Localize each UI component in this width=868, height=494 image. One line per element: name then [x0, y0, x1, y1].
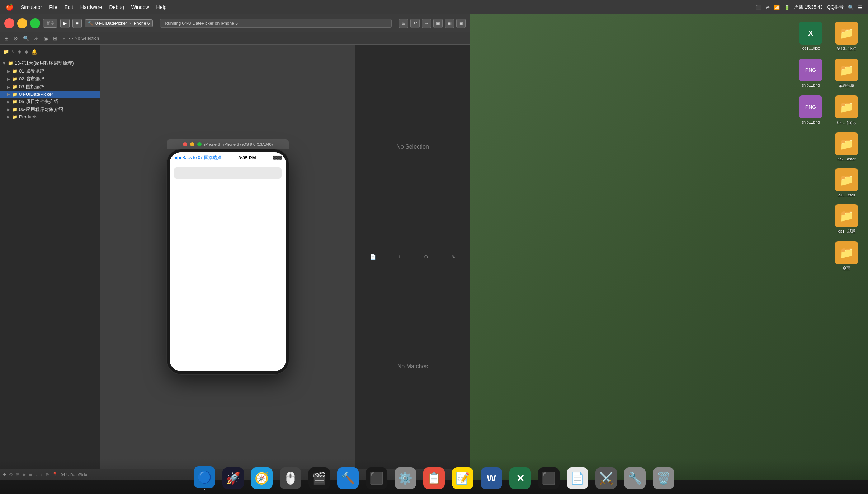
inspector-edit-icon[interactable]: ✎: [451, 254, 456, 260]
toolbar-right: ⊞ ↶ → ▣ ▣ ▣: [399, 19, 466, 28]
folder-icon: 📁: [12, 99, 18, 104]
file-item-05[interactable]: ▶ 📁 05-项目文件夹介绍: [0, 98, 100, 106]
desktop-file-png1[interactable]: PNG snip....png: [796, 59, 825, 87]
notification-icon[interactable]: ☰: [858, 5, 862, 10]
nav-filter-button[interactable]: ⊙: [12, 35, 19, 42]
forward-arrow-icon[interactable]: ›: [72, 36, 73, 41]
nav-branch-button[interactable]: ⑂: [61, 35, 67, 42]
window-close-button[interactable]: [4, 18, 14, 28]
window-maximize-button[interactable]: [30, 18, 40, 28]
desktop-file-ios1[interactable]: 📁 ios1...试题: [832, 204, 861, 234]
sim-close-dot[interactable]: [183, 142, 187, 146]
dock-mouse[interactable]: 🖱️: [278, 465, 303, 491]
battery-icon[interactable]: 🔋: [784, 5, 790, 10]
dock-safari[interactable]: 🧭: [249, 465, 275, 491]
back-arrow-icon[interactable]: ‹: [69, 36, 70, 41]
dock-excel[interactable]: ✕: [507, 465, 533, 491]
search-icon[interactable]: 🔍: [848, 5, 854, 10]
jump-bar[interactable]: →: [422, 19, 431, 28]
dock-prefs[interactable]: ⚙️: [392, 465, 418, 491]
dock-launchpad[interactable]: 🚀: [220, 465, 246, 491]
nav-warning-button[interactable]: ⚠: [33, 35, 40, 42]
dock-preview[interactable]: 📄: [565, 465, 590, 491]
desktop-file-folder3[interactable]: 📁 07-…(优化: [832, 95, 861, 125]
breakpoint-icon[interactable]: ◆: [24, 49, 28, 55]
file-navigator: 📁 ⑂ ◈ ◆ 🔔 ▶ 📁 13-第1天(应用程序启动原理) ▶ 📁 01-点餐…: [0, 45, 100, 469]
dock-filemerge[interactable]: ⚔️: [593, 465, 619, 491]
sim-min-dot[interactable]: [190, 142, 194, 146]
file-item-03[interactable]: ▶ 📁 03-国旗选择: [0, 83, 100, 91]
layout-right[interactable]: ▣: [456, 19, 466, 28]
iphone-back-button[interactable]: ◀ ◀ Back to 07-国旗选择: [174, 155, 221, 161]
menu-edit[interactable]: Edit: [65, 4, 73, 10]
dock-notes[interactable]: 📝: [450, 465, 476, 491]
file-item-01[interactable]: ▶ 📁 01-点餐系统: [0, 67, 100, 75]
search-input[interactable]: [174, 167, 282, 179]
dock-terminal2[interactable]: ⬛: [364, 465, 390, 491]
nav-prev-button[interactable]: ⊞: [3, 35, 10, 42]
menu-help[interactable]: Help: [156, 4, 167, 10]
breadcrumb: ‹ › No Selection: [69, 36, 99, 41]
menu-debug[interactable]: Debug: [109, 4, 124, 10]
sim-max-dot[interactable]: [197, 142, 202, 146]
apple-logo-icon[interactable]: 🍎: [6, 3, 14, 11]
root-folder-item[interactable]: ▶ 📁 13-第1天(应用程序启动原理): [0, 59, 100, 67]
dock-word[interactable]: W: [478, 465, 504, 491]
folder-icon: 📁: [12, 76, 18, 81]
wifi-icon[interactable]: 📶: [774, 5, 780, 10]
stop-button[interactable]: ■: [72, 19, 82, 28]
nav-grid-button[interactable]: ⊞: [52, 35, 59, 42]
desktop-row-6: 📁 ios1...试题: [832, 204, 861, 234]
menu-window[interactable]: Window: [131, 4, 149, 10]
report-icon[interactable]: 🔔: [31, 49, 37, 55]
folder3-label: 07-…(优化: [837, 120, 856, 125]
desktop-row-2: PNG snip....png 📁 车丹分享: [796, 59, 861, 88]
menu-simulator[interactable]: Simulator: [21, 4, 42, 10]
qq-pinyin[interactable]: QQ拼音: [827, 4, 844, 10]
desktop-file-png2[interactable]: PNG snip....png: [796, 95, 825, 124]
bluetooth-icon[interactable]: ✳: [766, 5, 770, 10]
folder-nav-icon[interactable]: 📁: [3, 49, 9, 55]
xlsx-file-label: ios1....xlsx: [801, 46, 820, 50]
file-item-02[interactable]: ▶ 📁 02-省市选择: [0, 75, 100, 83]
menu-hardware[interactable]: Hardware: [80, 4, 102, 10]
inspector-info-icon[interactable]: ℹ: [399, 254, 401, 260]
desktop-files: X ios1....xlsx 📁 第13...业堆 PNG snip....pn…: [470, 14, 868, 480]
layout-left[interactable]: ▣: [433, 19, 443, 28]
dock-finder[interactable]: 🔵: [192, 465, 217, 491]
inspector-icons: 📄 ℹ ⊙ ✎: [355, 250, 470, 264]
desktop-file-ksi[interactable]: 📁 KSI...aster: [832, 132, 861, 161]
layout-center[interactable]: ▣: [445, 19, 454, 28]
inspector-target-icon[interactable]: ⊙: [424, 254, 428, 260]
dock-filemerge2[interactable]: 🔧: [622, 465, 648, 491]
menu-file[interactable]: File: [49, 4, 57, 10]
screen-record-icon[interactable]: ⬛: [756, 5, 761, 10]
file-item-04[interactable]: ▶ 📁 04-UIDatePicker: [0, 91, 100, 98]
dock-terminal[interactable]: ⬛: [536, 465, 562, 491]
editor-mode-button[interactable]: ⊞: [399, 19, 408, 28]
dock-pockity[interactable]: 📋: [421, 465, 447, 491]
run-button[interactable]: ▶: [60, 19, 70, 28]
git-icon[interactable]: ⑂: [12, 49, 15, 55]
scheme-selector[interactable]: 🔨 04-UIDatePicker › iPhone 6: [85, 19, 153, 27]
symbol-icon[interactable]: ◈: [18, 49, 22, 55]
clock: 周四 15:35:43: [794, 4, 823, 10]
desktop-file-folder2[interactable]: 📁 车丹分享: [832, 59, 861, 88]
navigator-toggle[interactable]: ↶: [410, 19, 420, 28]
window-minimize-button[interactable]: [17, 18, 27, 28]
desktop-file-folder1[interactable]: 📁 第13...业堆: [832, 22, 861, 51]
dock-movie[interactable]: 🎬: [306, 465, 332, 491]
desktop-file-xlsx[interactable]: X ios1....xlsx: [796, 22, 825, 50]
file-item-06[interactable]: ▶ 📁 06-应用程序对象介绍: [0, 106, 100, 113]
expand-icon: ▶: [7, 85, 10, 89]
inspector-file-icon[interactable]: 📄: [370, 254, 376, 260]
dock-xcode-build[interactable]: 🔨: [335, 465, 361, 491]
nav-circle-button[interactable]: ◉: [42, 35, 49, 42]
dock-trash[interactable]: 🗑️: [651, 465, 676, 491]
nav-search-button[interactable]: 🔍: [22, 35, 30, 42]
file-item-products[interactable]: ▶ 📁 Products: [0, 113, 100, 120]
pause-button[interactable]: 暂停: [43, 19, 57, 28]
desktop-file-zjl[interactable]: 📁 ZJL...etail: [832, 168, 861, 197]
no-selection-text: No Selection: [396, 144, 429, 150]
desktop-file-desktop[interactable]: 📁 桌面: [832, 241, 861, 271]
